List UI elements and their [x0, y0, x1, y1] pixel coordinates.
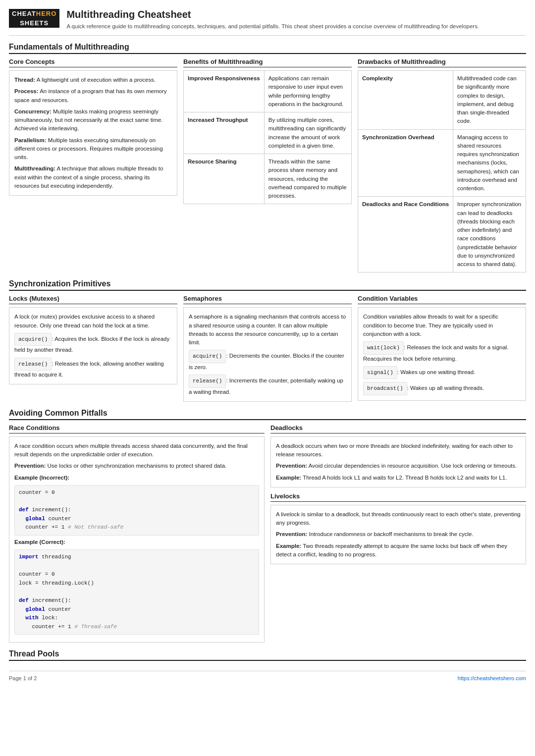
multithreading-concept: Multithreading: A technique that allows … — [14, 164, 172, 190]
race-prevention-label: Prevention: — [14, 463, 46, 469]
core-concepts-col: Core Concepts Thread: A lightweight unit… — [9, 58, 177, 272]
deadlocks-title: Deadlocks — [270, 424, 526, 433]
benefit-label-2: Increased Throughput — [184, 112, 265, 154]
footer-page: Page 1 of 2 — [9, 675, 37, 681]
locks-release: release(): Releases the lock, allowing a… — [14, 358, 172, 379]
locks-body: A lock (or mutex) provides exclusive acc… — [14, 313, 172, 330]
livelocks-title: Livelocks — [270, 492, 526, 502]
benefits-table: Improved Responsiveness Applications can… — [183, 70, 352, 204]
benefit-row-3: Resource Sharing Threads within the same… — [184, 154, 352, 204]
logo-hero: HERO — [36, 10, 57, 17]
logo-bottom: SHEETS — [9, 18, 59, 28]
drawbacks-col: Drawbacks of Multithreading Complexity M… — [358, 58, 526, 272]
semaphores-box: A semaphore is a signaling mechanism tha… — [183, 307, 352, 402]
footer: Page 1 of 2 https://cheatsheetshero.com — [9, 671, 526, 681]
semaphores-acquire-code: acquire() — [189, 350, 226, 363]
deadlocks-prevention: Prevention: Avoid circular dependencies … — [276, 462, 521, 470]
drawbacks-title: Drawbacks of Multithreading — [358, 58, 526, 67]
sync-columns: Locks (Mutexes) A lock (or mutex) provid… — [9, 295, 526, 402]
drawbacks-table: Complexity Multithreaded code can be sig… — [358, 70, 526, 272]
locks-col: Locks (Mutexes) A lock (or mutex) provid… — [9, 295, 177, 402]
condition-broadcast-code: broadcast() — [363, 382, 407, 395]
page-description: A quick reference guide to multithreadin… — [66, 22, 479, 30]
semaphores-title: Semaphores — [183, 295, 352, 304]
race-body: A race condition occurs when multiple th… — [14, 442, 259, 459]
race-prevention: Prevention: Use locks or other synchroni… — [14, 462, 259, 470]
race-col: Race Conditions A race condition occurs … — [9, 424, 265, 643]
page-title: Multithreading Cheatsheet — [66, 9, 479, 20]
deadlocks-example: Example: Thread A holds lock L1 and wait… — [276, 474, 521, 482]
benefit-label-3: Resource Sharing — [184, 154, 265, 204]
deadlocks-body: A deadlock occurs when two or more threa… — [276, 442, 521, 459]
fundamentals-section-title: Fundamentals of Multithreading — [9, 43, 526, 54]
benefit-desc-1: Applications can remain responsive to us… — [264, 71, 351, 112]
livelocks-prevention: Prevention: Introduce randomness or back… — [276, 530, 521, 539]
race-code-incorrect: counter = 0 def increment(): global coun… — [14, 485, 259, 536]
core-concepts-box: Thread: A lightweight unit of execution … — [9, 70, 177, 196]
drawback-desc-1: Multithreaded code can be significantly … — [453, 71, 526, 130]
drawback-desc-3: Improper synchronization can lead to dea… — [453, 197, 526, 272]
condition-signal: signal(): Wakes up one waiting thread. — [363, 366, 521, 379]
pitfalls-section-title: Avoiding Common Pitfalls — [9, 409, 526, 420]
livelocks-example-label: Example: — [276, 543, 301, 549]
benefit-label-1: Improved Responsiveness — [184, 71, 265, 112]
livelocks-box: A livelock is similar to a deadlock, but… — [270, 505, 526, 564]
deadlocks-box: A deadlock occurs when two or more threa… — [270, 436, 526, 487]
drawback-desc-2: Managing access to shared resources requ… — [453, 129, 526, 197]
locks-box: A lock (or mutex) provides exclusive acc… — [9, 307, 177, 384]
deadlocks-prevention-label: Prevention: — [276, 463, 307, 469]
condition-col: Condition Variables Condition variables … — [358, 295, 526, 402]
benefits-col: Benefits of Multithreading Improved Resp… — [183, 58, 352, 272]
race-code-correct: import threading counter = 0 lock = thre… — [14, 549, 259, 635]
drawback-row-2: Synchronization Overhead Managing access… — [358, 129, 526, 197]
condition-body: Condition variables allow threads to wai… — [363, 313, 521, 338]
thread-concept: Thread: A lightweight unit of execution … — [14, 76, 172, 84]
drawback-row-3: Deadlocks and Race Conditions Improper s… — [358, 197, 526, 272]
semaphores-body: A semaphore is a signaling mechanism tha… — [189, 313, 346, 347]
condition-broadcast: broadcast(): Wakes up all waiting thread… — [363, 382, 521, 395]
benefit-row-2: Increased Throughput By utilizing multip… — [184, 112, 352, 154]
header-text: Multithreading Cheatsheet A quick refere… — [66, 9, 479, 30]
benefit-desc-2: By utilizing multiple cores, multithread… — [264, 112, 351, 154]
locks-title: Locks (Mutexes) — [9, 295, 177, 304]
footer-url[interactable]: https://cheatsheetshero.com — [458, 675, 526, 681]
condition-wait: wait(lock): Releases the lock and waits … — [363, 341, 521, 363]
sync-section-title: Synchronization Primitives — [9, 279, 526, 291]
condition-signal-code: signal() — [363, 366, 397, 379]
logo: CHEATHERO SHEETS — [9, 9, 59, 28]
semaphores-col: Semaphores A semaphore is a signaling me… — [183, 295, 352, 402]
fundamentals-columns: Core Concepts Thread: A lightweight unit… — [9, 58, 526, 272]
locks-release-code: release() — [14, 358, 52, 371]
concurrency-concept: Concurrency: Multiple tasks making progr… — [14, 108, 172, 133]
semaphores-release: release(): Increments the counter, poten… — [189, 375, 346, 396]
deadlocks-livelocks-col: Deadlocks A deadlock occurs when two or … — [270, 424, 526, 643]
condition-wait-code: wait(lock) — [363, 341, 404, 355]
logo-cheat: CHEAT — [12, 10, 36, 17]
drawback-label-2: Synchronization Overhead — [358, 129, 453, 197]
condition-title: Condition Variables — [358, 295, 526, 304]
pitfalls-columns: Race Conditions A race condition occurs … — [9, 424, 526, 643]
race-example-correct-label: Example (Correct): — [14, 538, 259, 546]
drawback-row-1: Complexity Multithreaded code can be sig… — [358, 71, 526, 130]
header: CHEATHERO SHEETS Multithreading Cheatshe… — [9, 9, 526, 36]
livelocks-prevention-label: Prevention: — [276, 531, 307, 537]
parallelism-concept: Parallelism: Multiple tasks executing si… — [14, 136, 172, 162]
semaphores-release-code: release() — [189, 375, 226, 388]
core-concepts-title: Core Concepts — [9, 58, 177, 67]
drawback-label-1: Complexity — [358, 71, 453, 130]
logo-top: CHEATHERO — [9, 9, 59, 18]
livelocks-body: A livelock is similar to a deadlock, but… — [276, 510, 521, 528]
livelocks-example: Example: Two threads repeatedly attempt … — [276, 542, 521, 559]
locks-acquire: acquire(): Acquires the lock. Blocks if … — [14, 333, 172, 355]
drawback-label-3: Deadlocks and Race Conditions — [358, 197, 453, 272]
race-title: Race Conditions — [9, 424, 265, 433]
locks-acquire-code: acquire() — [14, 333, 52, 346]
condition-box: Condition variables allow threads to wai… — [358, 307, 526, 401]
benefit-desc-3: Threads within the same process share me… — [264, 154, 351, 204]
race-example-incorrect-label: Example (Incorrect): — [14, 474, 259, 482]
race-box: A race condition occurs when multiple th… — [9, 436, 265, 643]
benefits-title: Benefits of Multithreading — [183, 58, 352, 67]
semaphores-acquire: acquire(): Decrements the counter. Block… — [189, 350, 346, 372]
thread-pools-section-title: Thread Pools — [9, 649, 526, 661]
deadlocks-example-label: Example: — [276, 475, 301, 481]
